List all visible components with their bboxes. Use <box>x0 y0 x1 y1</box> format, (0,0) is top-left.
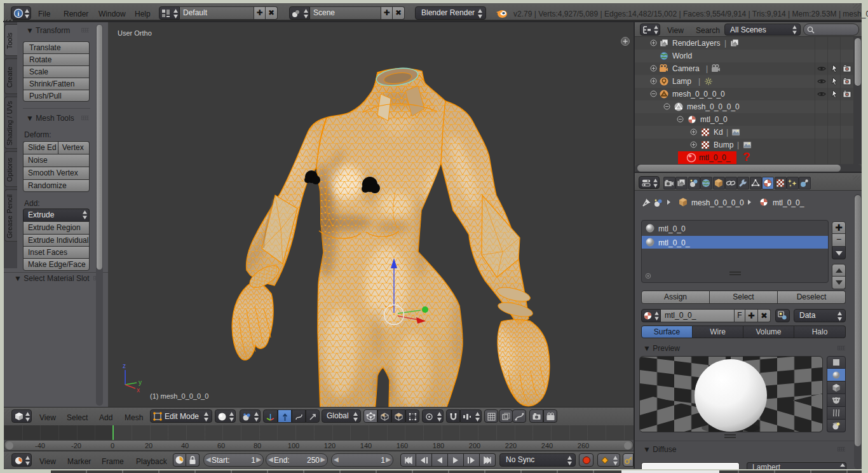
svg-text:z: z <box>123 362 126 369</box>
svg-text:x: x <box>137 387 140 394</box>
svg-text:y: y <box>139 379 142 386</box>
svg-text:i: i <box>18 10 20 17</box>
